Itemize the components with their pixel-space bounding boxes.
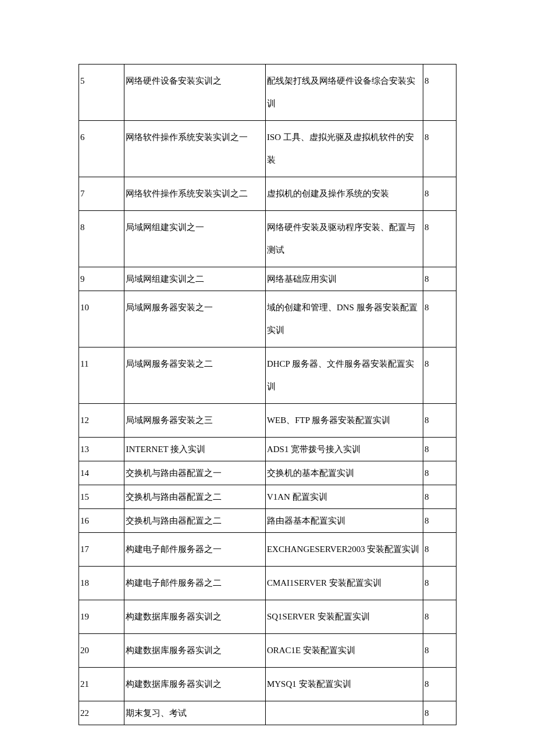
hours-cell: 8 — [423, 701, 456, 725]
training-content-cell: ADS1 宽带拨号接入实训 — [265, 438, 423, 461]
row-number-cell: 10 — [79, 291, 124, 347]
hours-cell: 8 — [423, 634, 456, 668]
training-title: 局域网服务器安装之一 — [124, 291, 265, 324]
hours-cell: 8 — [423, 668, 456, 701]
row-number: 17 — [79, 533, 124, 566]
training-title: 构建电子邮件服务器之二 — [124, 567, 265, 600]
row-number: 7 — [79, 177, 124, 210]
row-number-cell: 19 — [79, 600, 124, 634]
hours: 8 — [423, 438, 456, 461]
training-title-cell: 局域网服务器安装之一 — [124, 291, 265, 347]
training-title-cell: 期末复习、考试 — [124, 701, 265, 725]
training-content-cell: 域的创建和管理、DNS 服务器安装配置实训 — [265, 291, 423, 347]
training-title: 构建数据库服务器实训之 — [124, 668, 265, 701]
row-number-cell: 16 — [79, 509, 124, 533]
training-title: 网络软件操作系统安装实训之二 — [124, 177, 265, 210]
table-row: 10局域网服务器安装之一域的创建和管理、DNS 服务器安装配置实训8 — [79, 291, 456, 347]
hours-cell: 8 — [423, 509, 456, 533]
training-title: 交换机与路由器配置之二 — [124, 485, 265, 508]
hours: 8 — [423, 533, 456, 566]
row-number-cell: 22 — [79, 701, 124, 725]
row-number: 21 — [79, 668, 124, 701]
table-row: 18构建电子邮件服务器之二CMAI1SERVER 安装配置实训8 — [79, 567, 456, 600]
row-number: 9 — [79, 267, 124, 291]
row-number-cell: 7 — [79, 177, 124, 211]
row-number: 16 — [79, 509, 124, 532]
row-number: 5 — [79, 65, 124, 98]
table-row: 12局域网服务器安装之三WEB、FTP 服务器安装配置实训8 — [79, 404, 456, 438]
training-content-cell: 配线架打线及网络硬件设备综合安装实训 — [265, 65, 423, 121]
table-row: 17构建电子邮件服务器之一EXCHANGESERVER2003 安装配置实训8 — [79, 533, 456, 567]
row-number-cell: 11 — [79, 347, 124, 404]
training-content-cell: ISO 工具、虚拟光驱及虚拟机软件的安装 — [265, 121, 423, 177]
training-content: ADS1 宽带拨号接入实训 — [266, 438, 423, 461]
training-content-cell: 交换机的基本配置实训 — [265, 461, 423, 485]
table-row: 11局域网服务器安装之二DHCP 服务器、文件服务器安装配置实训8 — [79, 347, 456, 404]
training-content-cell: 网络基础应用实训 — [265, 267, 423, 291]
row-number: 19 — [79, 600, 124, 633]
training-title-cell: 局域网服务器安装之二 — [124, 347, 265, 404]
table-row: 22期末复习、考试8 — [79, 701, 456, 725]
hours: 8 — [423, 701, 456, 725]
training-content: 网络基础应用实训 — [266, 267, 423, 291]
row-number-cell: 8 — [79, 211, 124, 267]
hours-cell: 8 — [423, 177, 456, 211]
row-number: 8 — [79, 211, 124, 244]
row-number: 6 — [79, 121, 124, 154]
table-row: 20构建数据库服务器实训之ORAC1E 安装配置实训8 — [79, 634, 456, 668]
table-row: 21构建数据库服务器实训之MYSQ1 安装配置实训8 — [79, 668, 456, 701]
hours: 8 — [423, 291, 456, 324]
training-title-cell: 局域网服务器安装之三 — [124, 404, 265, 438]
training-title: 局域网服务器安装之二 — [124, 347, 265, 381]
training-content: SQ1SERVER 安装配置实训 — [266, 600, 423, 633]
hours-cell: 8 — [423, 267, 456, 291]
hours: 8 — [423, 668, 456, 701]
training-title-cell: 网络硬件设备安装实训之 — [124, 65, 265, 121]
training-title-cell: 构建电子邮件服务器之一 — [124, 533, 265, 567]
table-row: 16交换机与路由器配置之二路由器基本配置实训8 — [79, 509, 456, 533]
row-number-cell: 5 — [79, 65, 124, 121]
hours: 8 — [423, 267, 456, 291]
training-title-cell: INTERNET 接入实训 — [124, 438, 265, 461]
table-row: 13INTERNET 接入实训ADS1 宽带拨号接入实训8 — [79, 438, 456, 461]
training-content: WEB、FTP 服务器安装配置实训 — [266, 404, 423, 437]
hours: 8 — [423, 461, 456, 485]
training-content: ISO 工具、虚拟光驱及虚拟机软件的安装 — [266, 121, 423, 177]
training-title: INTERNET 接入实训 — [124, 438, 265, 461]
training-content: 交换机的基本配置实训 — [266, 461, 423, 485]
training-title: 网络硬件设备安装实训之 — [124, 65, 265, 98]
hours-cell: 8 — [423, 291, 456, 347]
row-number-cell: 13 — [79, 438, 124, 461]
training-content-cell: ORAC1E 安装配置实训 — [265, 634, 423, 668]
training-content: MYSQ1 安装配置实训 — [266, 668, 423, 701]
training-title-cell: 交换机与路由器配置之二 — [124, 509, 265, 533]
training-content: 路由器基本配置实训 — [266, 509, 423, 532]
hours: 8 — [423, 404, 456, 437]
training-title: 局域网服务器安装之三 — [124, 404, 265, 437]
row-number: 12 — [79, 404, 124, 437]
training-title-cell: 交换机与路由器配置之二 — [124, 485, 265, 509]
table-row: 19构建数据库服务器实训之 SQ1SERVER 安装配置实训8 — [79, 600, 456, 634]
training-content: 虚拟机的创建及操作系统的安装 — [266, 177, 423, 210]
training-content-cell: MYSQ1 安装配置实训 — [265, 668, 423, 701]
row-number: 13 — [79, 438, 124, 461]
hours-cell: 8 — [423, 533, 456, 567]
row-number-cell: 12 — [79, 404, 124, 438]
row-number: 22 — [79, 701, 124, 725]
training-title: 网络软件操作系统安装实训之一 — [124, 121, 265, 154]
hours: 8 — [423, 634, 456, 667]
row-number: 14 — [79, 461, 124, 485]
row-number-cell: 9 — [79, 267, 124, 291]
hours: 8 — [423, 485, 456, 508]
training-title: 构建数据库服务器实训之 — [124, 600, 265, 633]
training-content-cell: V1AN 配置实训 — [265, 485, 423, 509]
training-content-cell: WEB、FTP 服务器安装配置实训 — [265, 404, 423, 438]
training-content-cell: EXCHANGESERVER2003 安装配置实训 — [265, 533, 423, 567]
training-content-cell — [265, 701, 423, 725]
hours-cell: 8 — [423, 567, 456, 600]
course-schedule-table: 5网络硬件设备安装实训之配线架打线及网络硬件设备综合安装实训86网络软件操作系统… — [79, 64, 456, 725]
hours-cell: 8 — [423, 347, 456, 404]
table-row: 6网络软件操作系统安装实训之一ISO 工具、虚拟光驱及虚拟机软件的安装8 — [79, 121, 456, 177]
training-content: 域的创建和管理、DNS 服务器安装配置实训 — [266, 291, 423, 347]
table-row: 8局域网组建实训之一网络硬件安装及驱动程序安装、配置与测试8 — [79, 211, 456, 267]
